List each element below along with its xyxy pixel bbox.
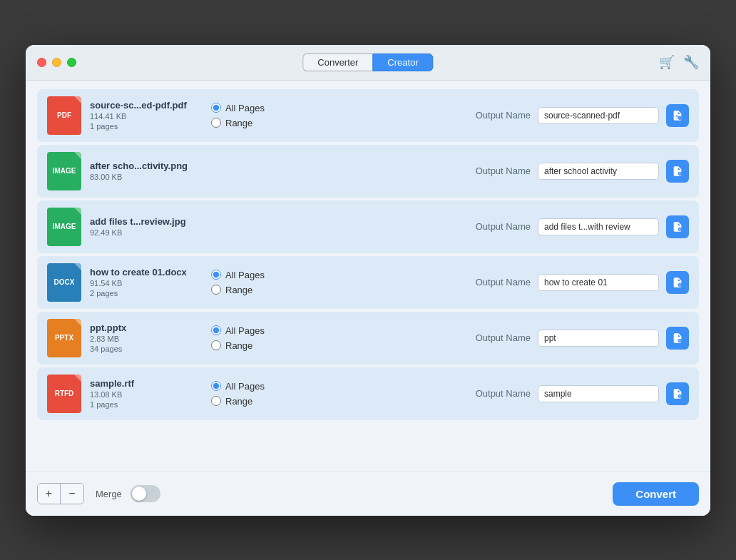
file-list: PDF source-sc...ed-pdf.pdf 114.41 KB 1 p…	[37, 89, 699, 420]
range-label: Range	[225, 118, 252, 128]
file-info: sample.rtf 13.08 KB 1 pages	[90, 378, 197, 409]
pages-radio-group: All Pages Range	[211, 325, 282, 351]
file-type-icon: PDF	[47, 96, 81, 135]
range-radio[interactable]	[211, 396, 221, 406]
file-settings-button[interactable]	[666, 215, 689, 238]
output-name-input[interactable]	[538, 274, 659, 291]
file-info: ppt.pptx 2.83 MB 34 pages	[90, 322, 197, 353]
file-row: IMAGE add files t...review.jpg 92.49 KB …	[37, 200, 699, 253]
file-size: 2.83 MB	[90, 335, 197, 343]
titlebar-actions: 🛒 🔧	[659, 54, 699, 70]
file-size: 91.54 KB	[90, 279, 197, 287]
titlebar: Converter Creator 🛒 🔧	[26, 45, 710, 81]
file-row: PDF source-sc...ed-pdf.pdf 114.41 KB 1 p…	[37, 89, 699, 142]
file-size: 13.08 KB	[90, 390, 197, 399]
file-settings-button[interactable]	[666, 382, 689, 405]
output-name-label: Output Name	[476, 110, 531, 121]
range-label: Range	[225, 340, 252, 351]
file-type-icon: RTFD	[47, 375, 81, 413]
file-settings-button[interactable]	[666, 104, 689, 127]
output-name-label: Output Name	[476, 221, 531, 232]
file-type-icon: PPTX	[47, 319, 81, 357]
output-name-label: Output Name	[476, 277, 531, 287]
file-type-icon: DOCX	[47, 263, 81, 302]
minimize-button[interactable]	[52, 58, 61, 67]
file-size: 114.41 KB	[90, 112, 197, 121]
merge-label: Merge	[96, 489, 122, 499]
all-pages-label: All Pages	[225, 270, 265, 280]
all-pages-radio[interactable]	[211, 103, 221, 113]
all-pages-label: All Pages	[225, 381, 265, 392]
range-radio[interactable]	[211, 340, 221, 350]
file-name: after scho...ctivity.png	[90, 161, 197, 171]
pages-radio-group: All Pages Range	[211, 270, 282, 295]
merge-toggle[interactable]	[131, 485, 160, 502]
output-name-input[interactable]	[538, 218, 659, 235]
pages-radio-group: All Pages Range	[211, 103, 282, 128]
file-type-icon: IMAGE	[47, 152, 81, 190]
output-section: Output Name	[476, 382, 689, 405]
all-pages-option[interactable]: All Pages	[211, 381, 282, 392]
all-pages-radio[interactable]	[211, 325, 221, 335]
output-name-label: Output Name	[476, 388, 531, 399]
file-pages: 1 pages	[90, 122, 197, 131]
output-name-input[interactable]	[538, 163, 659, 180]
file-info: how to create 01.docx 91.54 KB 2 pages	[90, 267, 197, 297]
file-row: RTFD sample.rtf 13.08 KB 1 pages All Pag…	[37, 367, 699, 420]
file-size: 92.49 KB	[90, 228, 197, 237]
main-window: Converter Creator 🛒 🔧 PDF source-sc...ed…	[26, 45, 710, 516]
file-row: PPTX ppt.pptx 2.83 MB 34 pages All Pages…	[37, 312, 699, 365]
range-option[interactable]: Range	[211, 285, 282, 295]
add-file-button[interactable]: +	[38, 484, 61, 504]
tab-converter[interactable]: Converter	[302, 54, 372, 71]
footer: + − Merge Convert	[26, 472, 710, 516]
file-name: source-sc...ed-pdf.pdf	[90, 100, 197, 111]
output-name-input[interactable]	[538, 330, 659, 347]
all-pages-label: All Pages	[225, 103, 265, 113]
file-info: add files t...review.jpg 92.49 KB	[90, 216, 197, 237]
range-label: Range	[225, 396, 252, 407]
file-size: 83.00 KB	[90, 173, 197, 181]
all-pages-option[interactable]: All Pages	[211, 325, 282, 336]
range-option[interactable]: Range	[211, 396, 282, 407]
file-settings-button[interactable]	[666, 327, 689, 350]
convert-button[interactable]: Convert	[613, 482, 699, 506]
wrench-icon[interactable]: 🔧	[683, 54, 699, 70]
file-settings-button[interactable]	[666, 271, 689, 294]
maximize-button[interactable]	[67, 58, 76, 67]
empty-area	[37, 420, 699, 463]
file-settings-button[interactable]	[666, 160, 689, 183]
all-pages-radio[interactable]	[211, 270, 221, 280]
range-option[interactable]: Range	[211, 340, 282, 351]
output-name-label: Output Name	[476, 166, 531, 176]
output-name-label: Output Name	[476, 332, 531, 343]
file-pages: 2 pages	[90, 289, 197, 297]
file-name: ppt.pptx	[90, 322, 197, 333]
file-type-icon: IMAGE	[47, 208, 81, 246]
close-button[interactable]	[37, 58, 46, 67]
file-info: after scho...ctivity.png 83.00 KB	[90, 161, 197, 181]
file-row: DOCX how to create 01.docx 91.54 KB 2 pa…	[37, 256, 699, 309]
file-pages: 34 pages	[90, 345, 197, 353]
traffic-lights	[37, 58, 76, 67]
output-name-input[interactable]	[538, 385, 659, 402]
file-info: source-sc...ed-pdf.pdf 114.41 KB 1 pages	[90, 100, 197, 131]
range-option[interactable]: Range	[211, 118, 282, 128]
range-radio[interactable]	[211, 285, 221, 295]
output-section: Output Name	[476, 104, 689, 127]
output-section: Output Name	[476, 215, 689, 238]
output-name-input[interactable]	[538, 107, 659, 124]
all-pages-radio[interactable]	[211, 381, 221, 391]
range-radio[interactable]	[211, 118, 221, 128]
add-remove-group: + −	[37, 483, 84, 504]
tab-creator[interactable]: Creator	[372, 54, 433, 71]
output-section: Output Name	[476, 327, 689, 350]
main-content: PDF source-sc...ed-pdf.pdf 114.41 KB 1 p…	[26, 81, 710, 472]
all-pages-option[interactable]: All Pages	[211, 270, 282, 280]
cart-icon[interactable]: 🛒	[659, 54, 675, 70]
output-section: Output Name	[476, 160, 689, 183]
remove-file-button[interactable]: −	[61, 484, 83, 504]
range-label: Range	[225, 285, 252, 295]
file-row: IMAGE after scho...ctivity.png 83.00 KB …	[37, 145, 699, 198]
all-pages-option[interactable]: All Pages	[211, 103, 282, 113]
